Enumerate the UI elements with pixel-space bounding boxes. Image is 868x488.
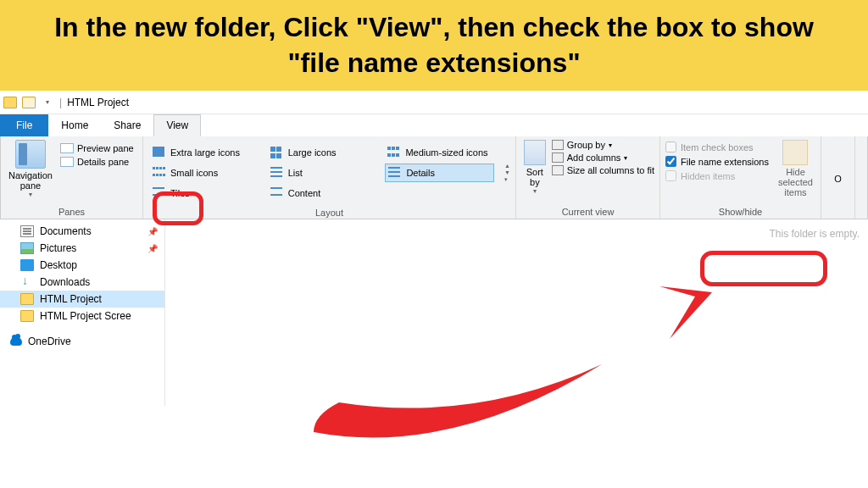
size-columns-button[interactable]: Size all columns to fit — [552, 165, 654, 175]
window-titlebar: ▾ | HTML Project — [0, 91, 868, 114]
sidebar-html-scree-label: HTML Project Scree — [40, 310, 131, 322]
file-name-extensions-label: File name extensions — [681, 157, 769, 167]
hidden-items-checkbox[interactable] — [665, 170, 676, 181]
folder-icon — [20, 310, 34, 322]
add-columns-button[interactable]: Add columns ▾ — [552, 152, 654, 163]
layout-details-label: Details — [406, 168, 435, 178]
ribbon-view: Navigation pane ▾ Preview pane Details p… — [0, 136, 868, 219]
details-pane-label: Details pane — [77, 157, 129, 167]
hidden-items-label: Hidden items — [681, 171, 735, 181]
sort-by-label: Sort by — [521, 167, 548, 187]
group-panes: Navigation pane ▾ Preview pane Details p… — [1, 136, 143, 219]
sidebar-item-html-project[interactable]: HTML Project — [0, 291, 164, 308]
hidden-items-option[interactable]: Hidden items — [665, 170, 769, 181]
chevron-down-icon: ▾ — [533, 187, 537, 195]
group-show-hide: Item check boxes File name extensions Hi… — [660, 136, 821, 219]
layout-content[interactable]: Content — [268, 184, 377, 202]
layout-medium[interactable]: Medium-sized icons — [385, 143, 494, 162]
chevron-down-icon: ▾ — [29, 191, 32, 198]
folder-icon — [3, 97, 17, 108]
qat-dropdown-icon[interactable]: ▾ — [46, 98, 49, 106]
navigation-pane-button[interactable]: Navigation pane ▾ — [6, 140, 55, 198]
hide-selected-button[interactable]: Hide selected items — [776, 140, 815, 197]
sidebar-item-html-scree[interactable]: HTML Project Scree — [0, 308, 164, 324]
sidebar-documents-label: Documents — [40, 225, 92, 237]
window-title: HTML Project — [67, 97, 129, 108]
pictures-icon — [20, 242, 34, 254]
sort-icon — [524, 140, 546, 165]
tab-home[interactable]: Home — [48, 114, 101, 136]
pin-icon: 📌 — [147, 227, 158, 236]
preview-pane-button[interactable]: Preview pane — [60, 143, 134, 153]
sidebar-item-downloads[interactable]: Downloads — [0, 274, 164, 291]
preview-pane-icon — [60, 143, 74, 153]
layout-small-label: Small icons — [170, 168, 218, 178]
ribbon-tabs: File Home Share View — [0, 114, 868, 136]
sidebar-item-onedrive[interactable]: OneDrive — [0, 333, 164, 350]
size-columns-label: Size all columns to fit — [567, 165, 654, 175]
tab-share[interactable]: Share — [101, 114, 153, 136]
preview-pane-label: Preview pane — [77, 143, 134, 153]
layout-scroll-arrows[interactable]: ▲▼▾ — [504, 163, 510, 183]
options-label: O — [834, 174, 842, 184]
tab-file[interactable]: File — [0, 114, 48, 136]
layout-list-label: List — [288, 168, 303, 178]
layout-medium-label: Medium-sized icons — [405, 147, 487, 158]
sidebar-item-pictures[interactable]: Pictures📌 — [0, 240, 164, 257]
add-columns-label: Add columns — [567, 152, 621, 163]
pin-icon: 📌 — [147, 244, 158, 253]
layout-details[interactable]: Details — [385, 164, 494, 182]
hide-selected-label: Hide selected items — [776, 167, 815, 197]
panes-group-label: Panes — [6, 205, 137, 217]
documents-icon — [20, 225, 34, 237]
sort-by-button[interactable]: Sort by ▾ — [521, 140, 548, 195]
hide-selected-icon — [782, 140, 808, 165]
instruction-banner: In the new folder, Click "View", then ch… — [0, 0, 868, 91]
layout-extra-large[interactable]: Extra large icons — [150, 143, 259, 162]
sidebar-desktop-label: Desktop — [40, 259, 77, 271]
navigation-pane-icon — [15, 140, 46, 169]
file-name-extensions-checkbox[interactable] — [665, 156, 676, 167]
add-columns-icon — [552, 152, 564, 163]
layout-content-label: Content — [288, 188, 321, 198]
layout-extra-large-label: Extra large icons — [170, 147, 240, 158]
details-pane-icon — [60, 157, 74, 167]
group-by-button[interactable]: Group by ▾ — [552, 140, 654, 150]
group-options[interactable]: O — [821, 136, 855, 219]
details-pane-button[interactable]: Details pane — [60, 157, 134, 167]
group-by-icon — [552, 140, 564, 150]
chevron-down-icon: ▾ — [609, 141, 612, 149]
divider: | — [59, 97, 62, 108]
downloads-icon — [20, 276, 34, 288]
desktop-icon — [20, 259, 34, 271]
current-view-group-label: Current view — [521, 205, 654, 217]
sidebar-downloads-label: Downloads — [40, 276, 90, 288]
highlight-view-tab — [153, 191, 203, 225]
instruction-arrow — [280, 280, 737, 458]
empty-folder-text: This folder is empty. — [770, 228, 860, 240]
chevron-down-icon: ▾ — [624, 154, 627, 162]
sidebar-item-documents[interactable]: Documents📌 — [0, 223, 164, 240]
tab-view[interactable]: View — [153, 114, 201, 136]
sidebar-onedrive-label: OneDrive — [28, 336, 71, 347]
group-current-view: Sort by ▾ Group by ▾ Add columns ▾ Size … — [516, 136, 660, 219]
item-checkboxes-option[interactable]: Item check boxes — [665, 141, 769, 152]
group-by-label: Group by — [567, 140, 605, 150]
file-name-extensions-option[interactable]: File name extensions — [665, 156, 769, 167]
item-checkboxes-checkbox[interactable] — [665, 141, 676, 152]
sidebar-pictures-label: Pictures — [40, 242, 76, 254]
onedrive-icon — [10, 337, 22, 346]
layout-list[interactable]: List — [268, 164, 377, 182]
highlight-file-extensions — [700, 251, 827, 286]
size-columns-icon — [552, 165, 564, 175]
folder-icon-2 — [22, 97, 36, 108]
navigation-sidebar: Documents📌 Pictures📌 Desktop Downloads H… — [0, 219, 165, 406]
layout-small[interactable]: Small icons — [150, 164, 259, 182]
layout-large-label: Large icons — [288, 147, 337, 158]
sidebar-item-desktop[interactable]: Desktop — [0, 257, 164, 274]
show-hide-group-label: Show/hide — [665, 205, 815, 217]
folder-icon — [20, 293, 34, 305]
item-checkboxes-label: Item check boxes — [681, 142, 754, 152]
sidebar-html-project-label: HTML Project — [40, 293, 102, 305]
layout-large[interactable]: Large icons — [268, 143, 377, 162]
